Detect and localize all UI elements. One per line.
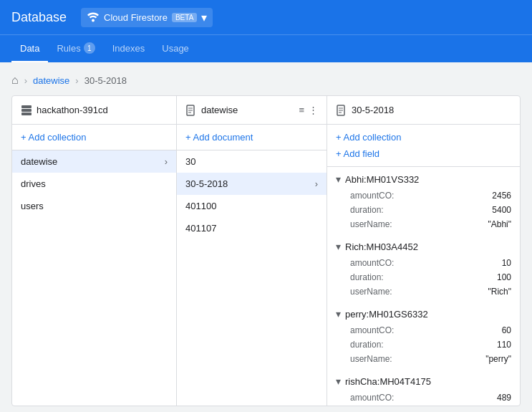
- add-collection-button[interactable]: + Add collection: [21, 130, 168, 144]
- tab-data[interactable]: Data: [11, 35, 48, 62]
- docs-col: datewise ≡ ⋮ + Add document 30 30-5-2018…: [177, 96, 327, 406]
- tab-indexes[interactable]: Indexes: [104, 35, 154, 62]
- collections-header: hackathon-391cd: [12, 96, 176, 125]
- more-icon[interactable]: ⋮: [309, 105, 318, 115]
- tab-rules[interactable]: Rules 1: [48, 35, 103, 62]
- add-document-button[interactable]: + Add document: [185, 130, 318, 144]
- field-record: ▾Abhi:MH01VS332amountCO:2456duration:540…: [327, 167, 520, 234]
- chevron-right-icon: ›: [165, 156, 168, 167]
- doc-name: 30-5-2018: [185, 178, 228, 189]
- home-icon[interactable]: ⌂: [11, 74, 19, 87]
- main-content: ⌂ › datewise › 30-5-2018 hackathon-391cd…: [0, 62, 532, 411]
- filter-icon[interactable]: ≡: [299, 105, 304, 115]
- list-item[interactable]: 30-5-2018 ›: [177, 173, 327, 195]
- fields-col: 30-5-2018 + Add collection + Add field ▾…: [327, 96, 520, 406]
- field-value: 5400: [492, 205, 511, 215]
- sep1: ›: [24, 75, 27, 86]
- add-collection-action: + Add collection: [12, 125, 176, 150]
- svg-rect-1: [21, 105, 32, 108]
- collection-name: drives: [21, 178, 46, 189]
- field-child-row: userName:"perry": [327, 352, 520, 366]
- dropdown-icon[interactable]: ▾: [201, 11, 207, 24]
- field-child-row: amountCO:2456: [327, 188, 520, 203]
- cloud-firestore-badge: Cloud Firestore BETA ▾: [81, 8, 213, 27]
- collection-name: users: [21, 201, 44, 211]
- field-child-row: amountCO:489: [327, 391, 520, 405]
- field-key: duration:: [350, 340, 384, 350]
- expand-icon: ▾: [336, 241, 341, 252]
- collections-col: hackathon-391cd + Add collection datewis…: [12, 96, 177, 406]
- fields-body: ▾Abhi:MH01VS332amountCO:2456duration:540…: [327, 167, 520, 406]
- record-id: rishCha:MH04T4175: [345, 376, 431, 387]
- record-id: Abhi:MH01VS332: [345, 174, 419, 185]
- doc-name: 30: [185, 156, 195, 167]
- field-value: 60: [502, 325, 511, 335]
- expand-icon: ▾: [336, 375, 341, 387]
- field-key: amountCO:: [350, 325, 394, 335]
- top-header: Database Cloud Firestore BETA ▾: [0, 0, 532, 34]
- db-panel: hackathon-391cd + Add collection datewis…: [11, 95, 521, 406]
- doc-name: 401100: [185, 201, 216, 211]
- list-item[interactable]: 401107: [177, 217, 327, 239]
- field-record: ▾Rich:MH03A4452amountCO:10duration:100us…: [327, 234, 520, 302]
- expand-icon: ▾: [336, 173, 341, 185]
- breadcrumb: ⌂ › datewise › 30-5-2018: [11, 74, 521, 87]
- field-parent-row[interactable]: ▾rishCha:MH04T4175: [327, 372, 520, 391]
- field-child-row: duration:100: [327, 270, 520, 284]
- field-key: duration:: [350, 272, 384, 282]
- list-item[interactable]: users: [12, 195, 176, 217]
- field-key: amountCO:: [350, 393, 394, 403]
- field-key: userName:: [350, 219, 392, 229]
- field-value: "perry": [485, 354, 511, 364]
- field-value: 489: [497, 393, 511, 403]
- add-collection-btn[interactable]: + Add collection: [336, 130, 511, 144]
- list-item[interactable]: 30: [177, 150, 327, 173]
- fields-actions: + Add collection + Add field: [327, 125, 520, 167]
- collections-title: hackathon-391cd: [37, 105, 108, 115]
- field-key: amountCO:: [350, 191, 394, 201]
- list-item[interactable]: datewise ›: [12, 150, 176, 173]
- field-value: 2456: [492, 191, 511, 201]
- field-child-row: duration:3400: [327, 405, 520, 406]
- breadcrumb-date: 30-5-2018: [84, 75, 127, 86]
- field-child-row: amountCO:60: [327, 323, 520, 337]
- field-key: duration:: [350, 205, 384, 215]
- field-key: amountCO:: [350, 258, 394, 268]
- fields-header: 30-5-2018: [327, 96, 520, 125]
- field-key: userName:: [350, 287, 392, 297]
- field-parent-row[interactable]: ▾Abhi:MH01VS332: [327, 170, 520, 188]
- breadcrumb-datewise[interactable]: datewise: [33, 75, 69, 86]
- list-item[interactable]: drives: [12, 173, 176, 195]
- field-value: 110: [497, 340, 511, 350]
- field-child-row: userName:"Rich": [327, 284, 520, 299]
- field-record: ▾rishCha:MH04T4175amountCO:489duration:3…: [327, 369, 520, 406]
- field-value: "Rich": [488, 287, 511, 297]
- docs-title: datewise: [201, 105, 238, 115]
- add-field-btn[interactable]: + Add field: [336, 147, 511, 161]
- firestore-icon: [87, 12, 100, 22]
- field-key: userName:: [350, 354, 392, 364]
- app-title: Database: [11, 10, 67, 25]
- field-parent-row[interactable]: ▾Rich:MH03A4452: [327, 237, 520, 256]
- svg-rect-3: [21, 112, 32, 115]
- docs-header: datewise ≡ ⋮: [177, 96, 327, 125]
- docs-header-icons: ≡ ⋮: [299, 105, 318, 115]
- svg-point-0: [92, 19, 95, 22]
- field-value: "Abhi": [488, 219, 511, 229]
- collection-name: datewise: [21, 156, 57, 167]
- sep2: ›: [75, 75, 78, 86]
- field-child-row: duration:5400: [327, 203, 520, 217]
- svg-rect-2: [21, 109, 32, 112]
- collections-list: datewise › drives users: [12, 150, 176, 406]
- field-parent-row[interactable]: ▾perry:MH01GS6332: [327, 305, 520, 323]
- field-child-row: duration:110: [327, 337, 520, 352]
- service-name: Cloud Firestore: [104, 12, 168, 23]
- field-child-row: amountCO:10: [327, 256, 520, 270]
- record-id: Rich:MH03A4452: [345, 241, 418, 252]
- nav-tabs: Data Rules 1 Indexes Usage: [0, 34, 532, 62]
- list-item[interactable]: 401100: [177, 195, 327, 217]
- field-record: ▾perry:MH01GS6332amountCO:60duration:110…: [327, 302, 520, 369]
- tab-usage[interactable]: Usage: [153, 35, 198, 62]
- rules-badge: 1: [84, 42, 95, 54]
- fields-title: 30-5-2018: [352, 105, 394, 115]
